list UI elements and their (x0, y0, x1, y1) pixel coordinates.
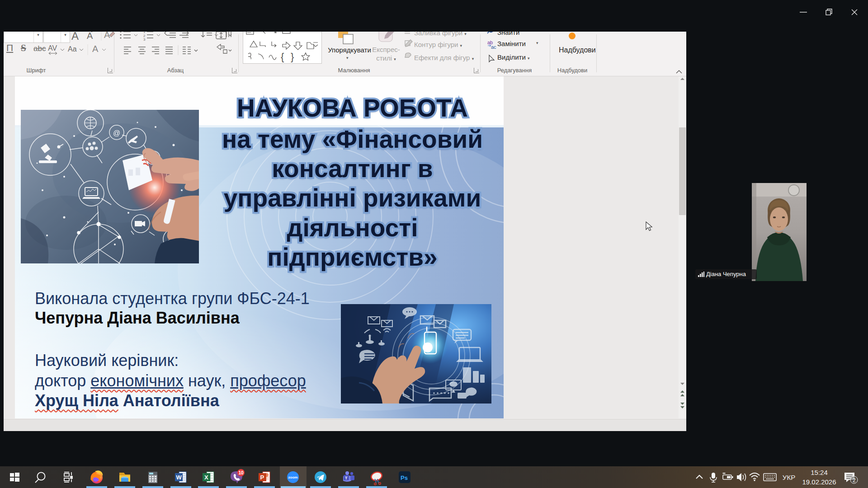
svg-text:zoom: zoom (288, 475, 298, 479)
svg-text:}: } (291, 51, 294, 62)
svg-text:A: A (71, 32, 79, 42)
svg-text:{: { (281, 51, 284, 62)
svg-text:2: 2 (853, 477, 856, 483)
svg-text:Ps: Ps (401, 474, 408, 481)
svg-text:@: @ (113, 129, 120, 137)
svg-text:A: A (92, 44, 99, 54)
svg-text:10: 10 (239, 470, 244, 475)
svg-text:ac: ac (491, 44, 496, 50)
svg-text:T: T (345, 476, 348, 480)
svg-text:A: A (87, 32, 93, 41)
svg-text:A: A (104, 32, 110, 40)
svg-text:P: P (260, 474, 264, 481)
svg-text:W: W (176, 474, 182, 481)
svg-text:3: 3 (143, 38, 146, 42)
svg-text:Aa: Aa (68, 45, 77, 53)
svg-text:AV: AV (48, 44, 57, 52)
svg-text:X: X (204, 474, 208, 481)
